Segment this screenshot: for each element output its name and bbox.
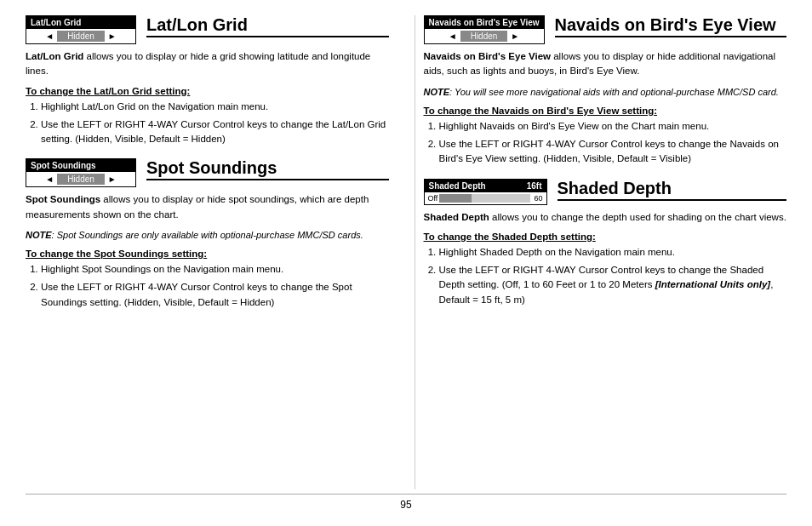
- right-column: Navaids on Bird's Eye View ◄ Hidden ► Na…: [415, 15, 787, 489]
- shaded-widget-value-right: 16ft: [527, 181, 542, 191]
- shaded-widget-title: Shaded Depth: [429, 181, 486, 191]
- spot-widget: Spot Soundings ◄ Hidden ►: [26, 158, 136, 187]
- spot-title: Spot Soundings: [146, 158, 389, 180]
- spot-steps: Highlight Spot Soundings on the Navigati…: [41, 262, 389, 310]
- spot-note-label: NOTE: [26, 230, 52, 240]
- spot-left-arrow[interactable]: ◄: [45, 174, 54, 184]
- spot-body: Spot Soundings allows you to display or …: [26, 192, 389, 222]
- latlon-right-arrow[interactable]: ►: [108, 31, 117, 41]
- latlon-widget-control: ◄ Hidden ►: [26, 29, 135, 43]
- latlon-title: Lat/Lon Grid: [146, 15, 389, 37]
- navaids-body-bold: Navaids on Bird's Eye View: [424, 51, 552, 61]
- page: Lat/Lon Grid ◄ Hidden ► Lat/Lon Grid Lat…: [0, 0, 812, 526]
- latlon-widget: Lat/Lon Grid ◄ Hidden ►: [26, 15, 136, 44]
- shaded-body: Shaded Depth allows you to change the de…: [424, 210, 787, 225]
- shaded-section: Shaded Depth 16ft Off 60: [424, 179, 787, 307]
- latlon-header: Lat/Lon Grid ◄ Hidden ► Lat/Lon Grid: [26, 15, 389, 44]
- navaids-widget: Navaids on Bird's Eye View ◄ Hidden ►: [424, 15, 545, 44]
- shaded-step-2: Use the LEFT or RIGHT 4-WAY Cursor Contr…: [439, 263, 787, 307]
- navaids-steps: Highlight Navaids on Bird's Eye View on …: [439, 119, 787, 167]
- shaded-bar-fill: [439, 194, 471, 203]
- navaids-section: Navaids on Bird's Eye View ◄ Hidden ► Na…: [424, 15, 787, 167]
- spot-header: Spot Soundings ◄ Hidden ► Spot Soundings: [26, 158, 389, 187]
- navaids-step-2: Use the LEFT or RIGHT 4-WAY Cursor Contr…: [439, 137, 787, 167]
- navaids-header: Navaids on Bird's Eye View ◄ Hidden ► Na…: [424, 15, 787, 44]
- spot-widget-value: Hidden: [57, 174, 105, 185]
- navaids-step-1: Highlight Navaids on Bird's Eye View on …: [439, 119, 787, 134]
- navaids-title: Navaids on Bird's Eye View: [555, 15, 786, 37]
- navaids-note-label: NOTE: [424, 87, 450, 97]
- shaded-body-bold: Shaded Depth: [424, 212, 489, 222]
- shaded-header: Shaded Depth 16ft Off 60: [424, 179, 787, 205]
- latlon-left-arrow[interactable]: ◄: [45, 31, 54, 41]
- navaids-change-heading: To change the Navaids on Bird's Eye View…: [424, 106, 787, 116]
- navaids-right-arrow[interactable]: ►: [511, 31, 519, 41]
- shaded-widget: Shaded Depth 16ft Off 60: [424, 179, 547, 205]
- left-column: Lat/Lon Grid ◄ Hidden ► Lat/Lon Grid Lat…: [26, 15, 397, 489]
- spot-step-2: Use the LEFT or RIGHT 4-WAY Cursor Contr…: [41, 280, 389, 310]
- navaids-widget-title: Navaids on Bird's Eye View: [425, 16, 544, 29]
- shaded-title-row: Shaded Depth 16ft: [425, 180, 546, 192]
- latlon-change-heading: To change the Lat/Lon Grid setting:: [26, 86, 389, 96]
- navaids-widget-control: ◄ Hidden ►: [425, 29, 544, 43]
- shaded-control-row: Off 60: [425, 192, 546, 204]
- shaded-body-text: allows you to change the depth used for …: [489, 212, 786, 222]
- navaids-note-text: : You will see more navigational aids wi…: [449, 87, 779, 97]
- latlon-section: Lat/Lon Grid ◄ Hidden ► Lat/Lon Grid Lat…: [26, 15, 389, 146]
- latlon-widget-value: Hidden: [57, 31, 105, 42]
- spot-section: Spot Soundings ◄ Hidden ► Spot Soundings…: [26, 158, 389, 310]
- shaded-step2-bold: [International Units only]: [655, 279, 770, 289]
- spot-note-text: : Spot Soundings are only available with…: [52, 230, 363, 240]
- navaids-left-arrow[interactable]: ◄: [449, 31, 457, 41]
- shaded-bar-end: 60: [534, 194, 542, 203]
- spot-widget-title: Spot Soundings: [26, 159, 135, 172]
- spot-change-heading: To change the Spot Soundings setting:: [26, 249, 389, 259]
- navaids-widget-value: Hidden: [460, 31, 508, 42]
- latlon-step-2: Use the LEFT or RIGHT 4-WAY Cursor Contr…: [41, 117, 389, 147]
- latlon-steps: Highlight Lat/Lon Grid on the Navigation…: [41, 100, 389, 147]
- latlon-step-1: Highlight Lat/Lon Grid on the Navigation…: [41, 100, 389, 114]
- page-footer: 95: [26, 494, 786, 511]
- shaded-title: Shaded Depth: [558, 179, 787, 201]
- shaded-step-1: Highlight Shaded Depth on the Navigation…: [439, 245, 787, 260]
- shaded-bar: [439, 194, 530, 203]
- shaded-bar-container: Off 60: [428, 194, 543, 203]
- latlon-body-bold: Lat/Lon Grid: [26, 51, 83, 61]
- latlon-body: Lat/Lon Grid allows you to display or hi…: [26, 49, 389, 79]
- spot-right-arrow[interactable]: ►: [108, 174, 117, 184]
- shaded-bar-start: Off: [428, 194, 438, 203]
- spot-widget-control: ◄ Hidden ►: [26, 172, 135, 186]
- spot-body-bold: Spot Soundings: [26, 194, 100, 204]
- latlon-widget-title: Lat/Lon Grid: [26, 16, 135, 29]
- content-area: Lat/Lon Grid ◄ Hidden ► Lat/Lon Grid Lat…: [26, 15, 786, 489]
- spot-note: NOTE: Spot Soundings are only available …: [26, 229, 389, 242]
- page-number: 95: [400, 499, 411, 511]
- navaids-body: Navaids on Bird's Eye View allows you to…: [424, 49, 787, 79]
- navaids-note: NOTE: You will see more navigational aid…: [424, 86, 787, 99]
- shaded-change-heading: To change the Shaded Depth setting:: [424, 232, 787, 242]
- shaded-steps: Highlight Shaded Depth on the Navigation…: [439, 245, 787, 307]
- spot-step-1: Highlight Spot Soundings on the Navigati…: [41, 262, 389, 277]
